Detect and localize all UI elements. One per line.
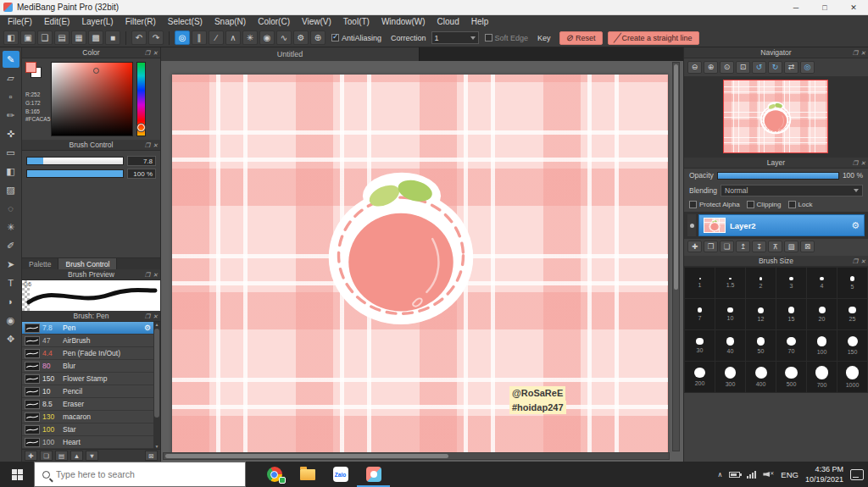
close-panel-icon[interactable]: [153, 47, 158, 58]
brush-size-cell[interactable]: 15: [776, 299, 806, 329]
taskbar-search[interactable]: [34, 462, 246, 487]
bucket-tool[interactable]: ◧: [3, 163, 19, 180]
chrome-icon[interactable]: [258, 462, 291, 487]
zoom-tool[interactable]: ◉: [3, 312, 19, 329]
materials-icon[interactable]: ▤: [54, 30, 70, 45]
brush-size-cell[interactable]: 1.5: [715, 268, 745, 298]
snap-radial-icon[interactable]: ✳: [242, 30, 258, 45]
merge-layer-icon[interactable]: ⊼: [768, 241, 782, 252]
brush-item-flower-stamp[interactable]: 150 Flower Stamp ⚙: [22, 373, 153, 385]
reset-view-icon[interactable]: ◎: [800, 61, 815, 74]
brush-size-cell[interactable]: 4: [807, 268, 837, 298]
opacity-slider[interactable]: [717, 172, 839, 180]
fit-screen-icon[interactable]: ⊡: [736, 61, 750, 74]
brush-size-cell[interactable]: 10: [715, 299, 745, 329]
menu-item[interactable]: Cloud: [431, 15, 465, 29]
brush-size-cell[interactable]: 700: [807, 362, 837, 392]
layer-settings-gear-icon[interactable]: ⚙: [851, 220, 860, 231]
brush-item-eraser[interactable]: 8.5 Eraser ⚙: [22, 398, 153, 411]
gradient-tool[interactable]: ▨: [3, 181, 19, 198]
snap-crisscross-icon[interactable]: ∕: [209, 30, 224, 45]
select-tool[interactable]: ▭: [3, 144, 19, 161]
brush-size-cell[interactable]: 1000: [837, 362, 867, 392]
menu-item[interactable]: Filter(R): [120, 15, 162, 29]
delete-layer-icon[interactable]: ⊠: [800, 241, 815, 252]
soft-edge-checkbox[interactable]: [485, 34, 492, 42]
brush-item-blur[interactable]: 80 Blur ⚙: [22, 360, 153, 373]
hand-tool[interactable]: ✥: [3, 330, 19, 347]
snap-settings-icon[interactable]: ⚙: [293, 30, 309, 45]
menu-item[interactable]: Select(S): [162, 15, 209, 29]
eraser-tool[interactable]: ▱: [3, 69, 19, 86]
close-panel-icon[interactable]: [860, 47, 865, 58]
brush-size-slider[interactable]: [26, 157, 124, 165]
snap-parallel-icon[interactable]: ∥: [192, 30, 207, 45]
comment-icon[interactable]: ❑: [37, 30, 53, 45]
hue-cursor[interactable]: [137, 124, 145, 131]
brush-size-cell[interactable]: 500: [776, 362, 806, 392]
save-icon[interactable]: ▣: [20, 30, 36, 45]
brush-size-cell[interactable]: 100: [807, 330, 837, 361]
tray-expand-icon[interactable]: ∧: [718, 471, 723, 479]
brush-size-cell[interactable]: 7: [685, 299, 715, 329]
menu-item[interactable]: Window(W): [376, 15, 431, 29]
brush-size-cell[interactable]: 200: [685, 362, 715, 392]
close-panel-icon[interactable]: [860, 158, 865, 169]
layer-option-checkbox[interactable]: Protect Alpha: [689, 201, 740, 208]
hue-slider[interactable]: [136, 62, 146, 136]
close-button[interactable]: ✕: [839, 0, 868, 15]
redo-button[interactable]: ↷: [148, 30, 164, 45]
brush-size-cell[interactable]: 2: [746, 268, 776, 298]
medibang-taskbar-icon[interactable]: [357, 462, 390, 487]
brush-item-macaron[interactable]: 130 macaron ⚙: [22, 411, 153, 423]
snap-curve-icon[interactable]: ∿: [276, 30, 292, 45]
brush-size-cell[interactable]: 30: [685, 330, 715, 361]
brush-size-cell[interactable]: 12: [746, 299, 776, 329]
smudge-tool[interactable]: ✏: [3, 107, 19, 124]
dot-tool[interactable]: ▫: [3, 88, 19, 105]
move-tool[interactable]: ✜: [3, 125, 19, 142]
brush-size-cell[interactable]: 150: [837, 330, 867, 361]
scrollbar-thumb[interactable]: [674, 64, 678, 290]
tab-brush-control[interactable]: Brush Control: [58, 258, 117, 269]
detach-panel-icon[interactable]: [145, 47, 150, 58]
correction-select[interactable]: 1: [431, 31, 479, 44]
brush-size-cell[interactable]: 5: [837, 268, 867, 298]
brush-item-star[interactable]: 100 Star ⚙: [22, 423, 153, 436]
flip-horizontal-icon[interactable]: ⇄: [784, 61, 798, 74]
straight-line-button[interactable]: Create a straight line: [608, 31, 699, 45]
zoom-in-icon[interactable]: ⊕: [704, 61, 718, 74]
zoom-reset-icon[interactable]: ⊙: [720, 61, 734, 74]
detach-panel-icon[interactable]: [145, 311, 150, 322]
close-panel-icon[interactable]: [153, 269, 158, 280]
text-tool[interactable]: T: [3, 274, 19, 291]
menu-item[interactable]: File(F): [2, 15, 38, 29]
document-tab[interactable]: Untitled: [161, 47, 420, 61]
maximize-button[interactable]: □: [810, 0, 839, 15]
sv-cursor[interactable]: [93, 68, 99, 74]
magic-wand-tool[interactable]: ✳: [3, 219, 19, 235]
brush-item-pencil[interactable]: 10 Pencil ⚙: [22, 385, 153, 398]
minimize-button[interactable]: ─: [782, 0, 810, 15]
brush-item-pen-fade[interactable]: 4.4 Pen (Fade In/Out) ⚙: [22, 347, 153, 360]
brush-folder-icon[interactable]: ▤: [55, 451, 68, 461]
reset-button[interactable]: Reset: [559, 31, 603, 45]
brush-size-cell[interactable]: 25: [837, 299, 867, 329]
navigator-thumbnail[interactable]: [723, 80, 828, 153]
undo-button[interactable]: ↶: [131, 30, 147, 45]
brush-item-heart[interactable]: 100 Heart ⚙: [22, 436, 153, 449]
rotate-cw-icon[interactable]: ↻: [768, 61, 782, 74]
brush-item-airbrush[interactable]: 47 AirBrush ⚙: [22, 335, 153, 347]
brush-size-cell[interactable]: 1: [685, 268, 715, 298]
layer-option-checkbox[interactable]: Lock: [788, 201, 813, 208]
menu-item[interactable]: Snap(N): [209, 15, 252, 29]
detach-panel-icon[interactable]: [853, 158, 858, 169]
lasso-tool[interactable]: ◌: [3, 200, 19, 217]
network-icon[interactable]: [747, 471, 756, 479]
blending-select[interactable]: Normal: [721, 185, 863, 196]
zoom-out-icon[interactable]: ⊖: [687, 61, 702, 74]
add-brush-icon[interactable]: ✚: [25, 451, 37, 461]
paint-icon[interactable]: ◧: [3, 30, 19, 45]
brush-opacity-value[interactable]: 100 %: [127, 169, 156, 179]
brush-size-cell[interactable]: 70: [776, 330, 806, 361]
